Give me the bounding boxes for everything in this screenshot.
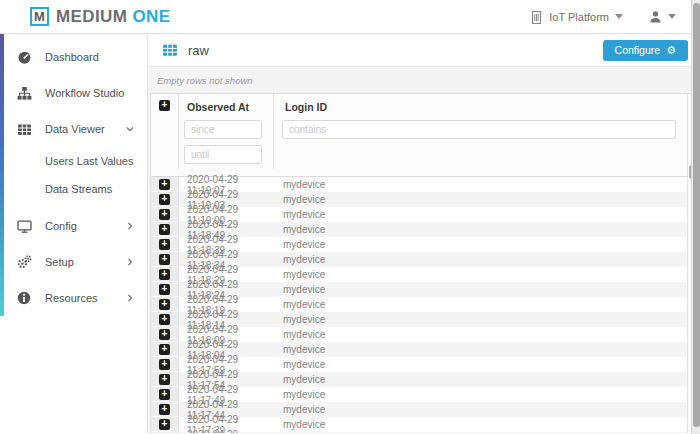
expand-row-button[interactable]: + (159, 284, 170, 295)
sidebar-item-resources[interactable]: Resources (0, 280, 147, 316)
login-id-cell: mydevice (274, 402, 696, 417)
expand-row-button[interactable]: + (159, 239, 170, 250)
expand-row-button[interactable]: + (159, 404, 170, 415)
platform-menu-label: IoT Platform (549, 11, 609, 23)
column-header-observed-at: Observed At (184, 94, 268, 119)
building-icon (530, 10, 543, 24)
sidebar-item-label: Workflow Studio (45, 87, 124, 99)
table-row: + 2020-04-29 11:17:34 mydevice (151, 432, 696, 433)
expand-row-button[interactable]: + (159, 374, 170, 385)
login-id-cell: mydevice (274, 432, 696, 433)
data-table: + Observed At Login ID + 2020 (150, 93, 697, 433)
chevron-right-icon (125, 221, 135, 231)
expand-row-button[interactable]: + (159, 419, 170, 430)
sidebar-item-users-last-values[interactable]: Users Last Values (0, 147, 147, 175)
expand-row-button[interactable]: + (159, 254, 170, 265)
chevron-right-icon (125, 257, 135, 267)
sidebar-item-label: Resources (45, 292, 98, 304)
page-title: raw (188, 43, 209, 58)
expand-row-button[interactable]: + (159, 209, 170, 220)
page-scrollbar[interactable] (691, 0, 700, 434)
login-id-cell: mydevice (274, 252, 696, 267)
sidebar-item-label: Data Viewer (45, 123, 105, 135)
brand-primary: MEDIUM (56, 7, 132, 26)
monitor-icon (16, 219, 32, 234)
login-id-cell: mydevice (274, 312, 696, 327)
login-id-cell: mydevice (274, 282, 696, 297)
gears-icon (16, 255, 32, 270)
configure-button[interactable]: Configure ⚙ (603, 40, 688, 61)
sidebar-item-data-viewer[interactable]: Data Viewer (0, 111, 147, 147)
chevron-down-icon (615, 14, 623, 19)
logo-m-icon: M (30, 7, 49, 26)
login-id-cell: mydevice (274, 357, 696, 372)
info-icon (16, 291, 32, 305)
sidebar-item-label: Setup (45, 256, 74, 268)
workflow-icon (16, 86, 32, 101)
main-content: raw Configure ⚙ Empty rows not shown + O… (148, 34, 700, 433)
expand-row-button[interactable]: + (159, 224, 170, 235)
sidebar-item-config[interactable]: Config (0, 208, 147, 244)
configure-button-label: Configure (615, 44, 661, 56)
expand-row-button[interactable]: + (159, 359, 170, 370)
table-header: + Observed At Login ID (151, 94, 696, 177)
sidebar-item-label: Dashboard (45, 51, 99, 63)
expand-row-button[interactable]: + (159, 299, 170, 310)
content-header: raw Configure ⚙ (148, 34, 700, 67)
login-id-cell: mydevice (274, 177, 696, 192)
user-icon (649, 10, 662, 23)
login-id-cell: mydevice (274, 342, 696, 357)
sidebar-item-workflow-studio[interactable]: Workflow Studio (0, 75, 147, 111)
login-id-cell: mydevice (274, 387, 696, 402)
expand-all-button[interactable]: + (159, 100, 170, 111)
app-window: M MEDIUM ONE IoT Platform (0, 0, 700, 434)
sidebar-subitem-label: Data Streams (45, 183, 112, 195)
gear-icon: ⚙ (666, 45, 676, 56)
table-icon (162, 42, 178, 58)
dashboard-icon (16, 50, 32, 65)
sidebar: Dashboard Workflow Studio (0, 34, 148, 433)
brand-accent: ONE (132, 7, 170, 26)
chevron-down-icon (668, 14, 676, 19)
sidebar-item-data-streams[interactable]: Data Streams (0, 175, 147, 203)
login-id-cell: mydevice (274, 267, 696, 282)
observed-at-cell: 2020-04-29 11:17:34 (179, 432, 274, 433)
login-id-cell: mydevice (274, 297, 696, 312)
brand-text: MEDIUM ONE (56, 7, 171, 27)
medium-one-logo: M MEDIUM ONE (30, 7, 171, 27)
since-filter-input[interactable] (184, 120, 262, 139)
until-filter-input[interactable] (184, 145, 262, 164)
sidebar-subitem-label: Users Last Values (45, 155, 133, 167)
expand-row-button[interactable]: + (159, 329, 170, 340)
platform-menu[interactable]: IoT Platform (530, 10, 623, 24)
login-id-cell: mydevice (274, 372, 696, 387)
login-id-cell: mydevice (274, 207, 696, 222)
login-id-cell: mydevice (274, 417, 696, 432)
sidebar-gradient-strip (0, 34, 4, 316)
sidebar-item-dashboard[interactable]: Dashboard (0, 39, 147, 75)
login-id-cell: mydevice (274, 237, 696, 252)
login-id-cell: mydevice (274, 222, 696, 237)
chevron-right-icon (125, 293, 135, 303)
sidebar-item-label: Config (45, 220, 77, 232)
expand-row-button[interactable]: + (159, 269, 170, 280)
expand-row-button[interactable]: + (159, 314, 170, 325)
login-id-cell: mydevice (274, 327, 696, 342)
expand-row-button[interactable]: + (159, 389, 170, 400)
column-header-login-id: Login ID (282, 94, 682, 119)
expand-row-button[interactable]: + (159, 194, 170, 205)
top-header: M MEDIUM ONE IoT Platform (0, 0, 700, 34)
sidebar-item-setup[interactable]: Setup (0, 244, 147, 280)
table-icon (16, 122, 32, 137)
contains-filter-input[interactable] (282, 120, 676, 139)
expand-row-button[interactable]: + (159, 179, 170, 190)
expand-row-button[interactable]: + (159, 344, 170, 355)
chevron-down-icon (125, 124, 135, 134)
table-body: + 2020-04-29 11:19:07 mydevice + 2020-04… (151, 177, 696, 433)
login-id-cell: mydevice (274, 192, 696, 207)
user-menu[interactable] (649, 10, 676, 23)
page-scrollbar-thumb[interactable] (693, 3, 700, 427)
empty-rows-note: Empty rows not shown (148, 67, 700, 93)
